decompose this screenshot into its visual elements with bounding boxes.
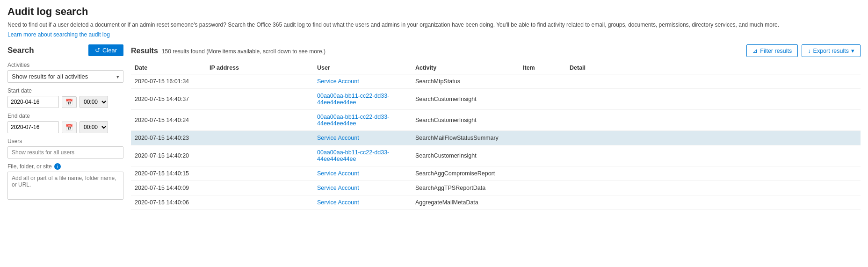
end-date-row: 📅 00:00 bbox=[7, 121, 123, 133]
cell-user[interactable]: Service Account bbox=[313, 181, 412, 195]
cell-item bbox=[519, 195, 566, 210]
cell-date: 2020-07-15 14:40:20 bbox=[131, 145, 206, 166]
cell-item bbox=[519, 74, 566, 89]
cell-date: 2020-07-15 14:40:06 bbox=[131, 195, 206, 210]
col-header-activity: Activity bbox=[412, 62, 519, 74]
file-textarea[interactable] bbox=[7, 172, 123, 200]
cell-activity: AggregateMailMetaData bbox=[412, 195, 519, 210]
cell-ip bbox=[206, 131, 313, 145]
chevron-down-icon bbox=[116, 73, 119, 80]
end-date-calendar-icon[interactable]: 📅 bbox=[62, 122, 77, 133]
table-header: Date IP address User Activity Item Detai… bbox=[131, 62, 861, 74]
file-label-row: File, folder, or site i bbox=[7, 163, 123, 170]
user-link[interactable]: 00aa00aa-bb11-cc22-dd33-44ee44ee44ee bbox=[317, 114, 389, 127]
start-date-calendar-icon[interactable]: 📅 bbox=[62, 96, 77, 108]
cell-detail bbox=[566, 166, 861, 181]
cell-detail bbox=[566, 89, 861, 110]
filter-results-button[interactable]: ⊿ Filter results bbox=[746, 44, 798, 57]
cell-item bbox=[519, 145, 566, 166]
table-row[interactable]: 2020-07-15 14:40:2000aa00aa-bb11-cc22-dd… bbox=[131, 145, 861, 166]
cell-date: 2020-07-15 14:40:37 bbox=[131, 89, 206, 110]
cell-detail bbox=[566, 131, 861, 145]
table-row[interactable]: 2020-07-15 16:01:34Service AccountSearch… bbox=[131, 74, 861, 89]
user-link[interactable]: Service Account bbox=[317, 185, 359, 191]
cell-user[interactable]: Service Account bbox=[313, 131, 412, 145]
clear-button[interactable]: ↺ Clear bbox=[88, 44, 123, 56]
user-link[interactable]: Service Account bbox=[317, 135, 359, 141]
user-link[interactable]: Service Account bbox=[317, 199, 359, 206]
cell-ip bbox=[206, 74, 313, 89]
results-actions: ⊿ Filter results ↓ Export results ▾ bbox=[746, 44, 861, 57]
cell-ip bbox=[206, 166, 313, 181]
cell-item bbox=[519, 110, 566, 131]
user-link[interactable]: 00aa00aa-bb11-cc22-dd33-44ee44ee44ee bbox=[317, 149, 389, 162]
cell-ip bbox=[206, 110, 313, 131]
cell-detail bbox=[566, 181, 861, 195]
page-title: Audit log search bbox=[7, 6, 861, 18]
cell-date: 2020-07-15 16:01:34 bbox=[131, 74, 206, 89]
table-row[interactable]: 2020-07-15 14:40:3700aa00aa-bb11-cc22-dd… bbox=[131, 89, 861, 110]
activities-dropdown[interactable]: Show results for all activities bbox=[7, 70, 123, 83]
cell-date: 2020-07-15 14:40:24 bbox=[131, 110, 206, 131]
cell-detail bbox=[566, 145, 861, 166]
export-chevron-icon: ▾ bbox=[851, 47, 854, 54]
results-table: Date IP address User Activity Item Detai… bbox=[131, 62, 861, 210]
end-time-select[interactable]: 00:00 bbox=[80, 121, 108, 133]
start-date-input[interactable] bbox=[7, 96, 59, 108]
cell-date: 2020-07-15 14:40:09 bbox=[131, 181, 206, 195]
user-link[interactable]: Service Account bbox=[317, 78, 359, 85]
cell-activity: SearchCustomerInsight bbox=[412, 89, 519, 110]
cell-ip bbox=[206, 145, 313, 166]
cell-user[interactable]: Service Account bbox=[313, 195, 412, 210]
end-date-input[interactable] bbox=[7, 121, 59, 133]
results-panel: Results 150 results found (More items av… bbox=[131, 44, 861, 210]
cell-ip bbox=[206, 181, 313, 195]
user-link[interactable]: 00aa00aa-bb11-cc22-dd33-44ee44ee44ee bbox=[317, 93, 389, 106]
page-description: Need to find out if a user deleted a doc… bbox=[7, 21, 861, 29]
start-time-select[interactable]: 00:00 bbox=[80, 96, 108, 108]
activities-label: Activities bbox=[7, 62, 123, 68]
cell-item bbox=[519, 181, 566, 195]
file-label: File, folder, or site bbox=[7, 163, 52, 170]
end-date-label: End date bbox=[7, 113, 123, 119]
cell-activity: SearchCustomerInsight bbox=[412, 145, 519, 166]
results-header: Results 150 results found (More items av… bbox=[131, 44, 861, 57]
learn-more-link[interactable]: Learn more about searching the audit log bbox=[7, 31, 110, 38]
search-panel: Search ↺ Clear Activities Show results f… bbox=[7, 44, 123, 210]
table-row[interactable]: 2020-07-15 14:40:23Service AccountSearch… bbox=[131, 131, 861, 145]
users-input[interactable] bbox=[7, 146, 123, 159]
cell-user[interactable]: 00aa00aa-bb11-cc22-dd33-44ee44ee44ee bbox=[313, 110, 412, 131]
table-row[interactable]: 2020-07-15 14:40:15Service AccountSearch… bbox=[131, 166, 861, 181]
col-header-detail: Detail bbox=[566, 62, 861, 74]
results-scroll-area[interactable]: Date IP address User Activity Item Detai… bbox=[131, 62, 861, 210]
users-label: Users bbox=[7, 138, 123, 144]
table-row[interactable]: 2020-07-15 14:40:2400aa00aa-bb11-cc22-dd… bbox=[131, 110, 861, 131]
results-count: 150 results found (More items available,… bbox=[162, 48, 326, 55]
cell-user[interactable]: 00aa00aa-bb11-cc22-dd33-44ee44ee44ee bbox=[313, 145, 412, 166]
results-title: Results 150 results found (More items av… bbox=[131, 47, 326, 55]
export-icon: ↓ bbox=[808, 48, 810, 54]
cell-date: 2020-07-15 14:40:23 bbox=[131, 131, 206, 145]
cell-user[interactable]: Service Account bbox=[313, 166, 412, 181]
cell-item bbox=[519, 89, 566, 110]
results-tbody: 2020-07-15 16:01:34Service AccountSearch… bbox=[131, 74, 861, 210]
table-row[interactable]: 2020-07-15 14:40:09Service AccountSearch… bbox=[131, 181, 861, 195]
cell-detail bbox=[566, 110, 861, 131]
cell-activity: SearchMtpStatus bbox=[412, 74, 519, 89]
user-link[interactable]: Service Account bbox=[317, 170, 359, 177]
search-header: Search ↺ Clear bbox=[7, 44, 123, 56]
table-row[interactable]: 2020-07-15 14:40:06Service AccountAggreg… bbox=[131, 195, 861, 210]
cell-user[interactable]: 00aa00aa-bb11-cc22-dd33-44ee44ee44ee bbox=[313, 89, 412, 110]
page-container: Audit log search Need to find out if a u… bbox=[0, 0, 868, 216]
cell-item bbox=[519, 166, 566, 181]
cell-ip bbox=[206, 89, 313, 110]
export-results-button[interactable]: ↓ Export results ▾ bbox=[802, 44, 861, 57]
info-icon[interactable]: i bbox=[54, 163, 61, 170]
col-header-user: User bbox=[313, 62, 412, 74]
search-title: Search bbox=[7, 46, 34, 55]
start-date-row: 📅 00:00 bbox=[7, 96, 123, 108]
refresh-icon: ↺ bbox=[95, 47, 100, 54]
start-date-label: Start date bbox=[7, 87, 123, 94]
cell-user[interactable]: Service Account bbox=[313, 74, 412, 89]
cell-item bbox=[519, 131, 566, 145]
